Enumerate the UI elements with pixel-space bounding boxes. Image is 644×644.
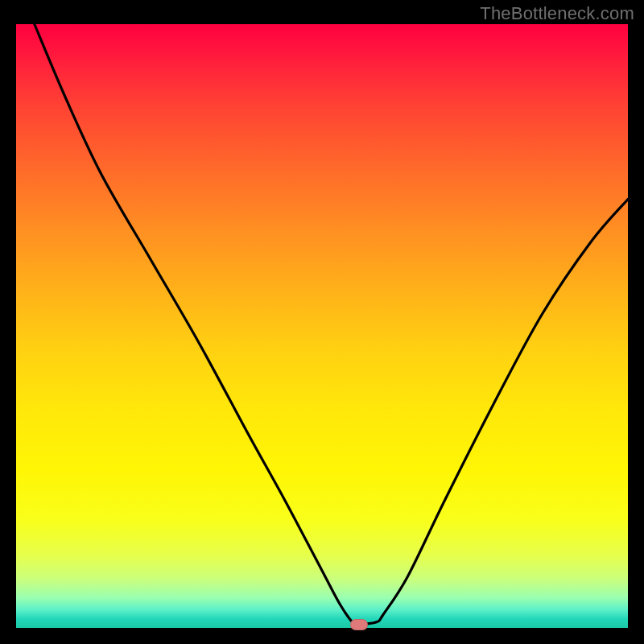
bottleneck-curve [16, 24, 628, 628]
plot-area [16, 24, 628, 628]
optimal-point-marker [350, 619, 368, 630]
watermark-text: TheBottleneck.com [480, 3, 634, 24]
chart-frame: TheBottleneck.com [0, 0, 644, 644]
